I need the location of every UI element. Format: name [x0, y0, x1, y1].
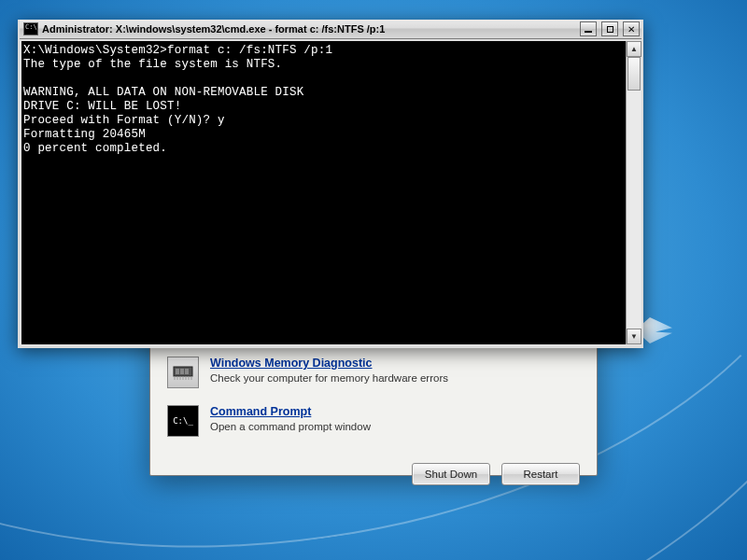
- cmd-title-text: Administrator: X:\windows\system32\cmd.e…: [42, 23, 575, 35]
- cmd-titlebar[interactable]: C:\_ Administrator: X:\windows\system32\…: [20, 20, 641, 39]
- scroll-up-button[interactable]: ▲: [627, 41, 641, 57]
- memory-diagnostic-link[interactable]: Windows Memory Diagnostic: [210, 357, 448, 370]
- command-prompt-link[interactable]: Command Prompt: [210, 405, 371, 418]
- command-prompt-icon: C:\_: [167, 405, 199, 437]
- shutdown-button[interactable]: Shut Down: [412, 463, 490, 485]
- svg-rect-2: [180, 369, 184, 374]
- memory-diagnostic-desc: Check your computer for memory hardware …: [210, 372, 448, 384]
- close-button[interactable]: ✕: [623, 21, 640, 36]
- maximize-button[interactable]: [601, 21, 618, 36]
- cmd-scrollbar[interactable]: ▲ ▼: [626, 41, 641, 344]
- svg-rect-3: [185, 369, 189, 374]
- cmd-window: C:\_ Administrator: X:\windows\system32\…: [18, 20, 643, 348]
- scroll-thumb[interactable]: [627, 57, 641, 91]
- minimize-button[interactable]: [580, 21, 597, 36]
- command-prompt-desc: Open a command prompt window: [210, 421, 371, 432]
- scroll-down-button[interactable]: ▼: [627, 329, 641, 344]
- cmd-output: X:\Windows\System32>format c: /fs:NTFS /…: [21, 41, 626, 344]
- scroll-track[interactable]: [627, 57, 641, 329]
- tool-command-prompt: C:\_ Command Prompt Open a command promp…: [167, 405, 580, 437]
- tool-memory-diagnostic: Windows Memory Diagnostic Check your com…: [167, 357, 580, 388]
- cmd-titlebar-icon: C:\_: [23, 22, 38, 35]
- memory-chip-icon: [167, 357, 199, 388]
- svg-rect-1: [176, 369, 179, 374]
- restart-button[interactable]: Restart: [501, 463, 580, 485]
